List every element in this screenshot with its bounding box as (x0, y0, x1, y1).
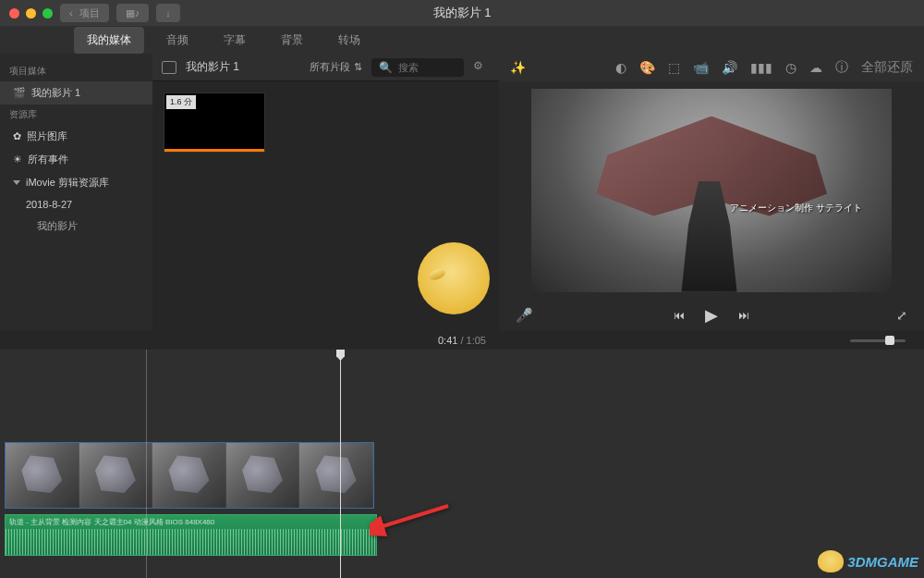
tab-my-media[interactable]: 我的媒体 (74, 27, 144, 54)
annotation-arrow (370, 502, 453, 539)
sidebar-item-imovie-library[interactable]: iMovie 剪辑资源库 (0, 171, 152, 194)
clip-orange-bar (164, 149, 264, 152)
browser-toolbar: 我的影片 1 所有片段 ⇅ 🔍 ⚙ (152, 54, 499, 81)
video-viewport: アニメーション制作 サテライト (499, 81, 924, 300)
preview-toolbar: ✨ ◐ 🎨 ⬚ 📹 🔊 ▮▮▮ ◷ ☁ ⓘ 全部还原 (499, 54, 924, 81)
watermark: 3DMGAME (818, 550, 918, 572)
video-frame-thumb (152, 443, 226, 508)
library-sidebar: 项目媒体 🎬 我的影片 1 资源库 ✿ 照片图库 ☀ 所有事件 iMovie 剪… (0, 54, 152, 331)
video-track[interactable] (5, 442, 374, 509)
volume-icon[interactable]: 🔊 (722, 60, 737, 75)
watermark-text: 3DMGAME (847, 554, 918, 570)
total-time: 1:05 (467, 335, 486, 346)
mascot-overlay (418, 242, 490, 314)
imovie-lib-label: iMovie 剪辑资源库 (26, 176, 109, 190)
video-frame-thumb (6, 443, 79, 508)
tab-transitions[interactable]: 转场 (325, 27, 373, 54)
updown-icon: ⇅ (354, 61, 362, 73)
timeline[interactable]: 轨道 - 主从背景 检测内容 天之霸主04 动漫风格 BIOS 848X480 (0, 350, 924, 578)
info-icon[interactable]: ⓘ (835, 59, 848, 76)
color-balance-icon[interactable]: ◐ (615, 60, 626, 75)
zoom-slider[interactable] (850, 339, 906, 342)
search-input[interactable]: 🔍 (371, 58, 464, 77)
search-icon: 🔍 (379, 61, 393, 74)
equalizer-icon[interactable]: ▮▮▮ (750, 60, 772, 75)
minimize-icon[interactable] (26, 8, 36, 18)
tab-titles[interactable]: 字幕 (211, 27, 259, 54)
playhead[interactable] (340, 350, 341, 578)
video-frame-thumb (226, 443, 300, 508)
reset-all-button[interactable]: 全部还原 (861, 59, 913, 76)
playback-controls: 🎤 ⏮ ▶ ⏭ ⤢ (499, 300, 924, 331)
color-correction-icon[interactable]: 🎨 (639, 60, 655, 75)
media-tabs: 我的媒体 音频 字幕 背景 转场 (0, 26, 924, 54)
chevron-down-icon (13, 180, 20, 185)
event-date-label: 2018-8-27 (26, 199, 72, 210)
my-movie-label: 我的影片 (37, 219, 78, 233)
next-button[interactable]: ⏭ (738, 309, 749, 322)
video-frame-thumb (299, 443, 373, 508)
microphone-icon[interactable]: 🎤 (516, 307, 533, 324)
waveform (6, 529, 376, 555)
filter-icon[interactable]: ☁ (809, 60, 822, 75)
clip-duration-badge: 1.6 分 (166, 95, 196, 109)
sidebar-item-all-events[interactable]: ☀ 所有事件 (0, 148, 152, 171)
filter-label: 所有片段 (310, 60, 350, 74)
import-button[interactable]: ↓ (156, 4, 180, 22)
svg-line-0 (377, 506, 448, 528)
film-icon: 🎬 (13, 87, 26, 99)
video-subtitle: アニメーション制作 サテライト (730, 202, 862, 215)
back-label: 项目 (79, 6, 100, 20)
current-time: 0:41 (438, 335, 457, 346)
project-name-label: 我的影片 1 (31, 86, 80, 100)
video-frame-thumb (79, 443, 153, 508)
fullscreen-icon[interactable]: ⤢ (896, 308, 907, 323)
audio-track[interactable]: 轨道 - 主从背景 检测内容 天之霸主04 动漫风格 BIOS 848X480 (5, 514, 377, 556)
tab-backgrounds[interactable]: 背景 (268, 27, 316, 54)
time-indicator: 0:41 / 1:05 (0, 331, 924, 350)
view-options-button[interactable]: ▦♪ (116, 4, 150, 22)
close-icon[interactable] (9, 8, 19, 18)
sidebar-item-project[interactable]: 🎬 我的影片 1 (0, 81, 152, 105)
wand-icon[interactable]: ✨ (510, 60, 526, 75)
stabilize-icon[interactable]: 📹 (693, 60, 709, 75)
sidebar-item-my-movie[interactable]: 我的影片 (0, 215, 152, 238)
list-toggle-icon[interactable] (162, 61, 176, 74)
title-bar: ‹ 项目 ▦♪ ↓ 我的影片 1 (0, 0, 924, 26)
gear-icon[interactable]: ⚙ (473, 59, 490, 76)
sidebar-item-photos[interactable]: ✿ 照片图库 (0, 125, 152, 148)
media-clip[interactable]: 1.6 分 (164, 92, 265, 153)
star-icon: ☀ (13, 154, 22, 166)
marker-line (146, 350, 147, 578)
audio-track-label: 轨道 - 主从背景 检测内容 天之霸主04 动漫风格 BIOS 848X480 (9, 517, 214, 527)
sidebar-item-event-date[interactable]: 2018-8-27 (0, 194, 152, 215)
library-header: 资源库 (0, 105, 152, 125)
photos-label: 照片图库 (27, 129, 67, 143)
speed-icon[interactable]: ◷ (785, 60, 796, 75)
search-field[interactable] (398, 62, 454, 73)
all-events-label: 所有事件 (28, 153, 68, 166)
flower-icon: ✿ (13, 130, 21, 142)
play-button[interactable]: ▶ (705, 305, 718, 326)
window-controls (9, 8, 53, 18)
mascot-icon (818, 550, 844, 572)
maximize-icon[interactable] (43, 8, 53, 18)
project-media-header: 项目媒体 (0, 61, 152, 81)
prev-button[interactable]: ⏮ (674, 309, 685, 322)
preview-panel: ✨ ◐ 🎨 ⬚ 📹 🔊 ▮▮▮ ◷ ☁ ⓘ 全部还原 アニメーション制作 サテラ… (499, 54, 924, 331)
video-frame[interactable]: アニメーション制作 サテライト (531, 89, 892, 292)
crop-icon[interactable]: ⬚ (668, 60, 680, 75)
back-button[interactable]: ‹ 项目 (60, 4, 109, 22)
browser-title: 我的影片 1 (186, 59, 239, 75)
tab-audio[interactable]: 音频 (153, 27, 201, 54)
filter-dropdown[interactable]: 所有片段 ⇅ (310, 60, 362, 74)
